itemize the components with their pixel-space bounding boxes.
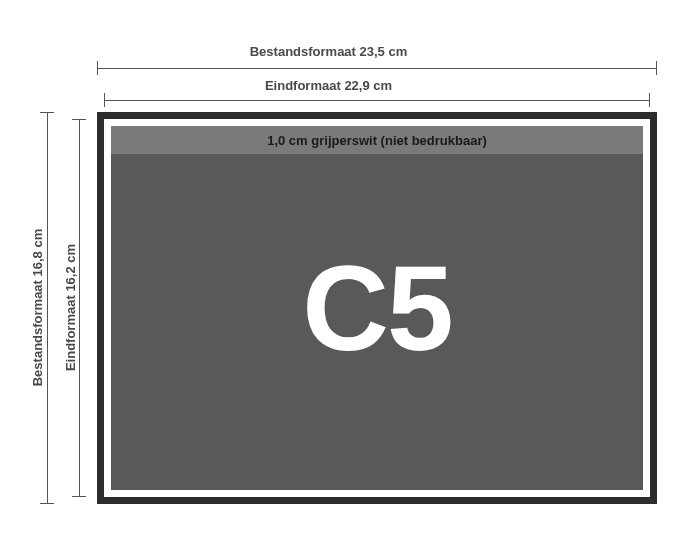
- trim-width-label: Eindformaat 22,9 cm: [0, 78, 657, 93]
- format-name: C5: [111, 126, 643, 490]
- format-name-text: C5: [302, 239, 451, 377]
- trim-height-line: [79, 119, 80, 497]
- bleed-height-line: [47, 112, 48, 504]
- trim-height-label: Eindformaat 16,2 cm: [63, 228, 78, 388]
- trim-width-line: [104, 100, 650, 101]
- bleed-width-line: [97, 68, 657, 69]
- bleed-height-label: Bestandsformaat 16,8 cm: [30, 228, 45, 388]
- bleed-width-label: Bestandsformaat 23,5 cm: [0, 44, 657, 59]
